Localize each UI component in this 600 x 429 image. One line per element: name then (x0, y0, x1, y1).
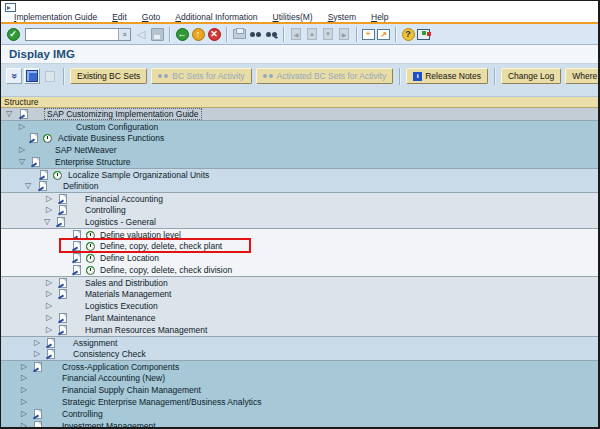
tree-node-label[interactable]: Cross-Application Components (62, 362, 179, 372)
expand-node-icon[interactable]: ▷ (21, 409, 27, 419)
find-icon[interactable] (248, 27, 262, 41)
img-activity-doc-icon[interactable] (47, 338, 55, 348)
img-activity-doc-icon[interactable] (59, 194, 67, 204)
tree-node-label[interactable]: Financial Accounting (New) (62, 373, 165, 383)
tree-node-label[interactable]: Human Resources Management (85, 325, 207, 335)
tree-node-label[interactable]: Consistency Check (73, 349, 146, 359)
menu-implementation-guide[interactable]: Implementation Guide (14, 13, 97, 22)
help-icon[interactable]: ? (401, 27, 415, 41)
bc-sets-for-activity-button[interactable]: BC Sets for Activity (151, 68, 251, 84)
command-input[interactable] (26, 29, 118, 40)
img-activity-doc-icon[interactable] (34, 362, 42, 372)
change-log-button[interactable]: Change Log (501, 68, 561, 84)
collapse-node-icon[interactable]: ▽ (25, 181, 31, 191)
tree-node-label[interactable]: Financial Accounting (85, 194, 163, 204)
release-notes-button[interactable]: iRelease Notes (406, 68, 488, 84)
expand-node-icon[interactable]: ▷ (19, 145, 25, 155)
tree-node-label[interactable]: Controlling (85, 205, 126, 215)
execute-activity-clock-icon[interactable] (86, 266, 95, 275)
tree-node-label[interactable]: Activate Business Functions (58, 133, 164, 143)
expand-node-icon[interactable]: ▷ (46, 313, 52, 323)
tree-node-label[interactable]: Define, copy, delete, check division (100, 265, 232, 275)
print-icon[interactable] (232, 27, 246, 41)
img-activity-doc-icon[interactable] (59, 325, 67, 335)
collapse-node-icon[interactable]: ▽ (44, 217, 50, 227)
img-activity-doc-icon[interactable] (32, 157, 40, 167)
customize-layout-icon[interactable] (417, 29, 430, 40)
img-activity-doc-icon[interactable] (59, 205, 67, 215)
create-shortcut-icon[interactable] (377, 29, 390, 40)
tree-node-label[interactable]: Investment Management (62, 421, 156, 427)
menu-additional-information[interactable]: Additional Information (175, 13, 257, 22)
expand-node-icon[interactable]: ▷ (46, 301, 52, 311)
img-activity-doc-icon[interactable] (57, 217, 65, 227)
expand-node-icon[interactable]: ▷ (21, 421, 27, 427)
expand-node-icon[interactable]: ▷ (21, 385, 27, 395)
find-next-icon[interactable] (264, 27, 278, 41)
img-activity-doc-icon[interactable] (39, 181, 47, 191)
tree-node-label[interactable]: Custom Configuration (76, 122, 158, 132)
collapse-node-icon[interactable]: ▽ (19, 157, 25, 167)
expand-node-icon[interactable]: ▷ (46, 205, 52, 215)
where-else-used-button[interactable]: Where Else Used (565, 68, 600, 84)
tree-node-label[interactable]: Plant Maintenance (85, 313, 155, 323)
expand-node-icon[interactable]: ▷ (21, 397, 27, 407)
expand-node-icon[interactable]: ▷ (21, 373, 27, 383)
img-activity-doc-icon[interactable] (40, 170, 48, 180)
expand-node-icon[interactable]: ▷ (34, 349, 40, 359)
img-activity-doc-icon[interactable] (59, 278, 67, 288)
tree-node-label[interactable]: Assignment (73, 338, 117, 348)
menu-edit[interactable]: Edit (112, 13, 127, 22)
execute-activity-clock-icon[interactable] (86, 254, 95, 263)
page-down-icon[interactable]: ▼ (321, 27, 335, 41)
execute-activity-clock-icon[interactable] (86, 242, 95, 251)
exit-icon[interactable]: ↑ (191, 27, 205, 41)
position-node-icon[interactable] (24, 68, 40, 84)
expand-node-icon[interactable]: ▷ (21, 362, 27, 372)
img-activity-doc-icon[interactable] (73, 253, 81, 263)
img-activity-doc-icon[interactable] (73, 241, 81, 251)
menu-help[interactable]: Help (371, 13, 388, 22)
tree-node-label[interactable]: SAP NetWeaver (55, 145, 117, 155)
new-session-icon[interactable] (362, 29, 375, 40)
tree-node-label[interactable]: Define valuation level (100, 230, 181, 240)
expand-node-icon[interactable]: ▷ (46, 289, 52, 299)
img-activity-doc-icon[interactable] (59, 313, 67, 323)
execute-activity-clock-icon[interactable] (86, 231, 95, 240)
img-activity-doc-icon[interactable] (59, 289, 67, 299)
collapse-node-icon[interactable]: ▽ (6, 109, 12, 119)
menu-utilities-m-[interactable]: Utilities(M) (273, 13, 313, 22)
tree-node-label[interactable]: Logistics Execution (85, 301, 158, 311)
tree-node-label[interactable]: Define Location (100, 253, 159, 263)
tree-node-label[interactable]: Sales and Distribution (85, 278, 168, 288)
tree-node-label[interactable]: Define, copy, delete, check plant (100, 241, 222, 251)
img-activity-doc-icon[interactable] (30, 133, 38, 143)
command-history-icon[interactable]: ≡ (118, 29, 130, 40)
execute-activity-clock-icon[interactable] (43, 134, 52, 143)
img-activity-doc-icon[interactable] (34, 409, 42, 419)
expand-node-icon[interactable]: ▷ (19, 122, 25, 132)
nav-back-icon[interactable]: ◁ (134, 27, 148, 41)
tree-node-label[interactable]: Localize Sample Organizational Units (68, 170, 209, 180)
tree-node-label[interactable]: Enterprise Structure (55, 157, 131, 167)
last-page-icon[interactable]: ▶ (337, 27, 351, 41)
img-activity-doc-icon[interactable] (34, 421, 42, 427)
menu-goto[interactable]: Goto (142, 13, 160, 22)
tree-node-label[interactable]: Definition (63, 181, 98, 191)
back-icon[interactable]: ← (175, 27, 189, 41)
expand-node-icon[interactable]: ▷ (46, 278, 52, 288)
tree-node-label[interactable]: Logistics - General (85, 217, 156, 227)
command-field[interactable]: ≡ (25, 28, 131, 41)
expand-node-icon[interactable]: ▷ (46, 325, 52, 335)
tree-node-label[interactable]: Financial Supply Chain Management (62, 385, 201, 395)
expand-node-icon[interactable]: ▷ (34, 338, 40, 348)
cancel-icon[interactable]: ✕ (207, 27, 221, 41)
tree-node-label[interactable]: Materials Management (85, 289, 171, 299)
img-activity-doc-icon[interactable] (47, 349, 55, 359)
tree-node-label[interactable]: Strategic Enterprise Management/Business… (62, 397, 261, 407)
img-activity-doc-icon[interactable] (73, 265, 81, 275)
save-icon[interactable] (150, 27, 164, 41)
first-page-icon[interactable]: ◀ (289, 27, 303, 41)
activated-bc-sets-for-activity-button[interactable]: Activated BC Sets for Activity (256, 68, 394, 84)
expand-node-icon[interactable]: ▷ (46, 194, 52, 204)
